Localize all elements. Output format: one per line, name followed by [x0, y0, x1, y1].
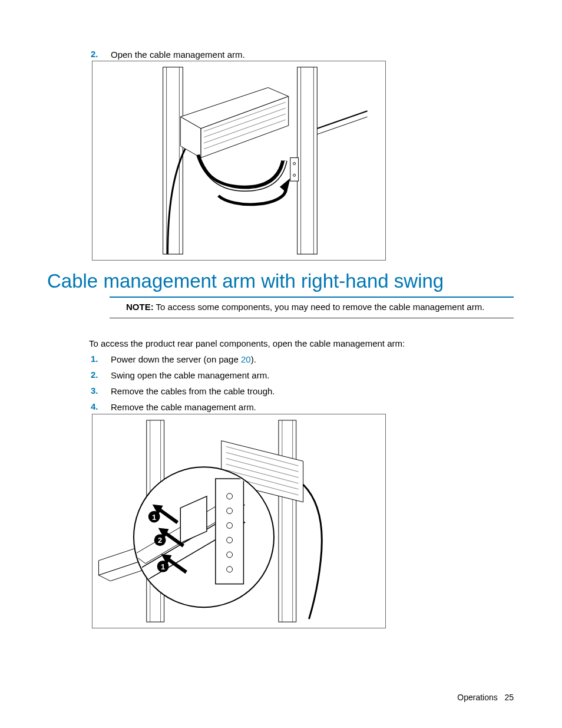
note-text: NOTE: To access some components, you may…	[126, 302, 484, 312]
step-number: 1.	[91, 354, 111, 365]
note-rule-top	[110, 297, 514, 298]
step-number: 2.	[91, 370, 111, 381]
step-row: 4. Remove the cable management arm.	[91, 401, 256, 413]
step-text: Power down the server (on page 20).	[111, 354, 256, 365]
intro-text: To access the product rear panel compone…	[89, 338, 405, 348]
step-row: 2. Open the cable management arm.	[91, 49, 245, 61]
bracket-removal-illustration-icon: 1 2 1	[92, 414, 385, 628]
step-number: 4.	[91, 401, 111, 413]
step-text: Swing open the cable management arm.	[111, 370, 269, 381]
page-footer: Operations 25	[457, 693, 514, 702]
svg-rect-38	[216, 479, 244, 584]
svg-text:1: 1	[161, 562, 165, 571]
note-label: NOTE:	[126, 302, 154, 312]
footer-page: 25	[504, 693, 514, 702]
svg-rect-16	[290, 158, 299, 182]
step-row: 2. Swing open the cable management arm.	[91, 370, 269, 381]
figure-open-arm	[92, 61, 386, 261]
step-text: Open the cable management arm.	[111, 49, 245, 61]
step-text: Remove the cable management arm.	[111, 401, 256, 413]
svg-rect-20	[279, 420, 296, 622]
note-body: To access some components, you may need …	[156, 302, 485, 312]
svg-text:1: 1	[152, 513, 156, 522]
step-number: 3.	[91, 386, 111, 397]
step-number: 2.	[91, 49, 111, 61]
figure-remove-arm: 1 2 1	[92, 414, 386, 628]
page-link[interactable]: 20	[241, 354, 251, 364]
svg-rect-1	[297, 67, 318, 254]
step-row: 3. Remove the cables from the cable trou…	[91, 386, 275, 397]
note-rule-bottom	[110, 318, 514, 318]
step-row: 1. Power down the server (on page 20).	[91, 354, 256, 365]
svg-text:2: 2	[158, 536, 162, 545]
footer-section: Operations	[457, 693, 497, 702]
svg-marker-13	[280, 178, 290, 193]
server-rack-illustration-icon	[92, 61, 385, 260]
section-heading: Cable management arm with right-hand swi…	[47, 270, 444, 292]
step-text: Remove the cables from the cable trough.	[111, 386, 275, 397]
